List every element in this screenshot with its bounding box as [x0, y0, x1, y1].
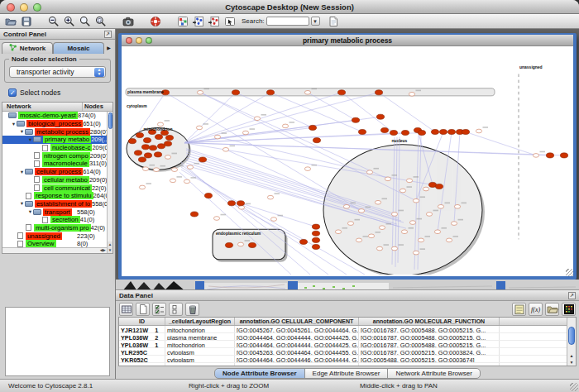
tree-row[interactable]: ▼biological_process651(0) [2, 120, 107, 128]
tab-edge-attribute-browser[interactable]: Edge Attribute Browser [304, 368, 389, 379]
tree-row[interactable]: ▼establishment of lo558(0) [2, 200, 107, 208]
table-column-header[interactable]: annotation.GO MOLECULAR_FUNCTION [359, 318, 500, 325]
zoom-selected-region-icon[interactable] [79, 15, 92, 27]
tree-row[interactable]: cell communicat22(0) [2, 184, 107, 192]
tree-col-nodes[interactable]: Nodes [83, 103, 112, 111]
import-attributes-icon[interactable] [545, 303, 559, 316]
tree-row[interactable]: ▼transport558(0) [2, 208, 107, 216]
attribute-editor-icon[interactable] [512, 303, 526, 316]
window-controls[interactable] [7, 3, 41, 12]
zoom-fit-icon[interactable] [94, 15, 108, 27]
expand-arrow-icon[interactable]: ▼ [19, 201, 25, 206]
network-view-titlebar[interactable]: primary metabolic process [122, 35, 573, 46]
tab-overflow-arrow[interactable]: ▶ [104, 42, 113, 54]
select-attributes-icon[interactable] [152, 303, 166, 316]
table-column-header[interactable]: annotation.GO CELLULAR_COMPONENT [235, 318, 359, 325]
tab-mosaic[interactable]: Mosaic [53, 42, 104, 54]
function-builder-icon[interactable]: f(x) [529, 303, 543, 316]
tab-network[interactable]: Network [2, 42, 53, 54]
zoom-button[interactable] [33, 3, 41, 12]
tab-network-attribute-browser[interactable]: Network Attribute Browser [387, 368, 480, 379]
tree-horizontal-scrollbar[interactable]: ◀▶ [2, 247, 107, 253]
tree-row-label: establishment of lo [35, 200, 92, 208]
tree-row[interactable]: nitrogen compo209(0) [2, 151, 107, 160]
tree-row[interactable]: Overview8(0) [2, 240, 107, 247]
snapshot-camera-icon[interactable] [122, 15, 135, 27]
search-dropdown-icon[interactable]: ▼ [311, 17, 320, 26]
svg-text:cytoplasm: cytoplasm [127, 103, 147, 108]
table-row[interactable]: YJR121W__1mitochondrion[GO:0045267, GO:0… [119, 326, 576, 333]
table-row[interactable]: YLR295Ccytoplasm[GO:0045263, GO:0044464,… [119, 348, 576, 356]
tree-scroll-arrows[interactable]: ▲▼ [107, 241, 112, 253]
frame-resize-grip[interactable] [566, 269, 573, 276]
expand-arrow-icon[interactable]: ▼ [11, 122, 17, 127]
tree-row[interactable]: nucleobase-c209(0) [2, 144, 107, 152]
zoom-out-icon[interactable] [47, 15, 60, 27]
open-session-icon[interactable] [4, 15, 17, 27]
table-row[interactable]: YPL036W__2plasma membrane[GO:0044464, GO… [119, 333, 576, 341]
folder-icon [25, 201, 33, 207]
zoom-in-icon[interactable] [63, 15, 76, 27]
tree-row[interactable]: cellular metabo209(0) [2, 176, 107, 184]
tree-row[interactable]: ▼metabolic process280(0) [2, 127, 107, 136]
save-session-icon[interactable] [20, 15, 33, 27]
vizmapper-icon[interactable] [176, 15, 189, 27]
annotation-select-icon[interactable] [223, 15, 237, 27]
window-resize-grip[interactable] [570, 383, 578, 391]
minimize-icon[interactable] [136, 37, 142, 44]
file-icon [26, 224, 31, 231]
network-view-window-controls[interactable] [126, 37, 152, 44]
expand-arrow-icon[interactable]: ▼ [27, 209, 33, 214]
new-attribute-icon[interactable] [136, 303, 150, 316]
network-overview-panel[interactable] [5, 307, 110, 376]
table-cell: [GO:0016787, GO:0005488, GO:0005215, G..… [359, 341, 500, 347]
delete-attribute-icon[interactable] [185, 303, 199, 316]
unselect-attributes-icon[interactable] [169, 303, 183, 316]
tree-row[interactable]: ▼cellular process614(0) [2, 168, 107, 176]
search-input[interactable] [266, 17, 309, 26]
table-row[interactable]: YDR039C__1mitochondrion[GO:0044464, GO:0… [119, 363, 576, 366]
minimize-button[interactable] [20, 3, 28, 12]
tree-row-node-count: 42(0) [91, 224, 107, 232]
import-network-red-icon[interactable] [208, 15, 221, 27]
tree-col-network[interactable]: Network [2, 103, 83, 111]
help-lifesaver-icon[interactable] [149, 15, 162, 27]
maximize-icon[interactable] [146, 37, 152, 44]
tree-vertical-scrollbar[interactable] [107, 112, 112, 247]
expand-arrow-icon[interactable]: ▼ [19, 129, 25, 134]
table-column-header[interactable]: _cellularLayoutRegion [165, 318, 235, 325]
node-color-dropdown[interactable]: transporter activity ▲▼ [9, 66, 106, 78]
expand-arrow-icon[interactable]: ▼ [27, 137, 33, 142]
tree-row[interactable]: multi-organism pro42(0) [2, 224, 107, 232]
tree-row[interactable]: secretion41(0) [2, 216, 107, 224]
tree-row[interactable]: mosaic-demo-yeast874(0) [2, 112, 107, 120]
tree-row[interactable]: ▼primary metabo209(... [2, 136, 107, 144]
background-windows-strip[interactable] [116, 280, 579, 289]
tree-row-node-count: 209(0) [89, 176, 107, 184]
tree-row[interactable]: response to stimulu264(0) [2, 192, 107, 200]
table-row[interactable]: YPL036W__1mitochondrion[GO:0044464, GO:0… [119, 341, 576, 348]
network-view-window[interactable]: primary metabolic process plasma membran… [118, 33, 577, 280]
status-zoom-hint: Right-click + drag to ZOOM [189, 382, 269, 390]
new-document-icon[interactable] [327, 15, 340, 27]
select-nodes-checkbox[interactable] [8, 88, 17, 97]
tree-row-label: mosaic-demo-yeast [18, 112, 78, 119]
window-titlebar[interactable]: Cytoscape Desktop (New Session) [0, 0, 579, 14]
float-panel-icon[interactable]: ↗ [104, 31, 112, 38]
table-column-header[interactable]: ID [119, 318, 165, 325]
expand-arrow-icon[interactable]: ▼ [19, 170, 25, 174]
tab-node-attribute-browser[interactable]: Node Attribute Browser [214, 368, 305, 379]
float-data-panel-icon[interactable]: ↗ [568, 292, 576, 299]
network-canvas[interactable]: plasma membranecytoplasmmitochondrionnuc… [122, 46, 573, 276]
table-vertical-scrollbar[interactable]: ▲ ▼ [567, 318, 576, 366]
tree-row[interactable]: macromolecule311(0) [2, 160, 107, 168]
attribute-batch-icon[interactable] [562, 303, 576, 316]
close-button[interactable] [7, 3, 15, 12]
table-row[interactable]: YKR052Ccytoplasm[GO:0044464, GO:0044446,… [119, 356, 576, 363]
import-network-blue-icon[interactable] [192, 15, 205, 27]
tree-row-node-count: 8(0) [77, 240, 107, 247]
close-icon[interactable] [126, 37, 132, 44]
tree-row[interactable]: unassigned223(0) [2, 232, 107, 240]
attribute-matrix-icon[interactable] [119, 303, 133, 316]
table-cell: [GO:0045263, GO:0044464, GO:0044455, G..… [235, 348, 359, 355]
